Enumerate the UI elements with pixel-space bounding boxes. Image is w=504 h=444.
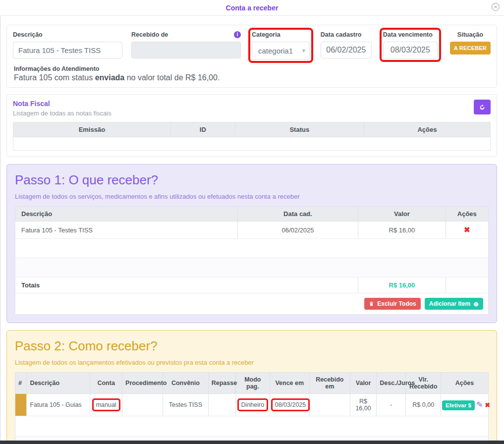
p2-row-procedimento	[122, 394, 163, 416]
categoria-group-annotated: Categoria categoria1 ▾	[252, 31, 310, 59]
p2-header-conta: Conta	[90, 373, 122, 394]
p2-header-descricao: Descrição	[27, 373, 90, 394]
p2-header-vence-em: Vence em	[270, 373, 309, 394]
p1-totais-label: Totais	[15, 278, 358, 293]
categoria-select[interactable]: categoria1 ▾	[252, 42, 310, 59]
nf-header-status: Status	[235, 122, 364, 137]
p2-header-convenio: Convênio	[163, 373, 209, 394]
p2-table-row: Fatura 105 - Guias manual Testes TISS Di…	[15, 394, 488, 416]
remove-item-icon[interactable]: ✖	[464, 225, 470, 234]
nota-fiscal-subtitle: Listagem de todas as notas fiscais	[13, 110, 112, 117]
p2-row-desc-juros: -	[377, 394, 406, 416]
passo2-table-wrap: # Descrição Conta Procedimento Convênio …	[15, 372, 489, 444]
refresh-button[interactable]	[474, 100, 491, 114]
passo1-table: Descrição Data cad. Valor Ações Fatura 1…	[15, 207, 488, 293]
p1-empty-row	[15, 239, 488, 258]
p2-row-conta-annotated: manual	[94, 400, 118, 409]
passo2-title: Passo 2: Como receber?	[15, 338, 489, 354]
status-badge: A RECEBER	[450, 42, 491, 55]
passo1-section: Passo 1: O que receber? Listagem de todo…	[6, 164, 497, 323]
data-vencimento-group-annotated: Data vencimento	[383, 31, 438, 58]
passo2-table: # Descrição Conta Procedimento Convênio …	[15, 373, 488, 444]
close-icon[interactable]	[491, 2, 500, 11]
p2-row-vence-em-annotated: 08/03/2025	[273, 400, 308, 409]
p1-total-valor: R$ 16,00	[358, 278, 446, 293]
p2-row-valor: R$ 16,00	[350, 394, 376, 416]
p2-header-vlr-recebido: Vlr. Recebido	[406, 373, 441, 394]
p1-header-acoes: Ações	[446, 207, 488, 222]
nf-header-id: ID	[170, 122, 235, 137]
p2-header-valor: Valor	[350, 373, 376, 394]
categoria-label: Categoria	[252, 31, 310, 38]
remove-recebimento-icon[interactable]: ✖	[485, 401, 490, 409]
p1-empty-row	[15, 258, 488, 278]
info-atendimento-label: Informações do Atendimento	[14, 65, 491, 72]
data-cadastro-group: Data cadastro	[321, 31, 372, 58]
p1-table-row: Fatura 105 - Testes TISS 06/02/2025 R$ 1…	[15, 222, 488, 239]
nf-header-emissao: Emissão	[13, 122, 171, 137]
modal-title: Conta a receber	[226, 4, 279, 12]
p2-header-desc-juros: Desc./Juros	[377, 373, 406, 394]
modal-titlebar: Conta a receber	[0, 0, 504, 16]
adicionar-item-button[interactable]: Adicionar Item ⊕	[425, 298, 483, 310]
descricao-input[interactable]	[13, 42, 122, 58]
passo1-title: Passo 1: O que receber?	[15, 172, 489, 188]
chevron-down-icon: ▾	[302, 47, 305, 54]
data-vencimento-input[interactable]	[383, 42, 438, 58]
edit-pencil-icon[interactable]: ✎	[476, 400, 483, 409]
p1-header-valor: Valor	[358, 207, 446, 222]
data-cadastro-input[interactable]	[321, 42, 372, 58]
refresh-icon	[479, 104, 486, 111]
nf-header-acoes: Ações	[364, 122, 490, 137]
p2-row-vlr-recebido: R$ 0,00	[406, 394, 441, 416]
categoria-value: categoria1	[258, 47, 293, 55]
nota-fiscal-title: Nota Fiscal	[13, 100, 112, 108]
p2-row-repasse	[208, 394, 235, 416]
row-color-marker	[15, 394, 27, 416]
descricao-label: Descrição	[13, 31, 122, 38]
nf-empty-row	[13, 137, 491, 151]
p1-header-descricao: Descrição	[15, 207, 237, 222]
recebido-de-group: Recebido de i	[131, 31, 241, 58]
excluir-todos-button[interactable]: Excluir Todos	[364, 298, 420, 310]
p2-row-recebido-em	[309, 394, 350, 416]
situacao-label: Situação	[457, 31, 483, 38]
form-card: Descrição Recebido de i Categoria catego…	[6, 25, 497, 88]
p2-empty-row	[15, 416, 488, 437]
info-atendimento-text: Fatura 105 com status enviada no valor t…	[14, 73, 491, 82]
nota-fiscal-table: Emissão ID Status Ações	[13, 122, 491, 151]
situacao-group: Situação A RECEBER	[450, 31, 491, 55]
p1-row-descricao: Fatura 105 - Testes TISS	[15, 222, 237, 239]
p1-header-data-cad: Data cad.	[237, 207, 358, 222]
background-page-strip	[0, 441, 504, 444]
p2-header-modo-pag: Modo pag.	[236, 373, 270, 394]
data-cadastro-label: Data cadastro	[321, 31, 372, 38]
passo2-subtitle: Listagem de todos os lançamentos efetiva…	[15, 359, 489, 366]
p2-row-modo-pag-annotated: Dinheiro	[239, 400, 267, 409]
status-enviada: enviada	[95, 73, 125, 82]
trash-icon	[369, 301, 374, 307]
p2-header-recebido-em: Recebido em	[309, 373, 350, 394]
modal-body: Descrição Recebido de i Categoria catego…	[0, 16, 504, 444]
p2-row-convenio: Testes TISS	[163, 394, 209, 416]
p2-header-repasse: Repasse	[208, 373, 235, 394]
plus-circle-icon: ⊕	[473, 301, 479, 307]
efetivar-button[interactable]: Efetivar $	[442, 400, 475, 410]
passo1-subtitle: Listagem de todos os serviços, medicamen…	[15, 193, 489, 200]
p2-header-acoes: Ações	[441, 373, 488, 394]
p1-totais-row: Totais R$ 16,00	[15, 278, 488, 293]
p1-row-data-cad: 06/02/2025	[237, 222, 358, 239]
p2-header-num: #	[15, 373, 27, 394]
passo1-table-wrap: Descrição Data cad. Valor Ações Fatura 1…	[15, 206, 489, 315]
nota-fiscal-card: Nota Fiscal Listagem de todas as notas f…	[6, 94, 497, 157]
descricao-group: Descrição	[13, 31, 122, 58]
data-vencimento-label: Data vencimento	[383, 31, 438, 38]
recebido-de-label: Recebido de	[131, 31, 168, 38]
passo2-section: Passo 2: Como receber? Listagem de todos…	[6, 330, 497, 444]
info-icon[interactable]: i	[234, 31, 241, 38]
p1-row-valor: R$ 16,00	[358, 222, 446, 239]
p2-header-procedimento: Procedimento	[122, 373, 163, 394]
p2-row-descricao: Fatura 105 - Guias	[27, 394, 90, 416]
recebido-de-input	[131, 42, 241, 58]
